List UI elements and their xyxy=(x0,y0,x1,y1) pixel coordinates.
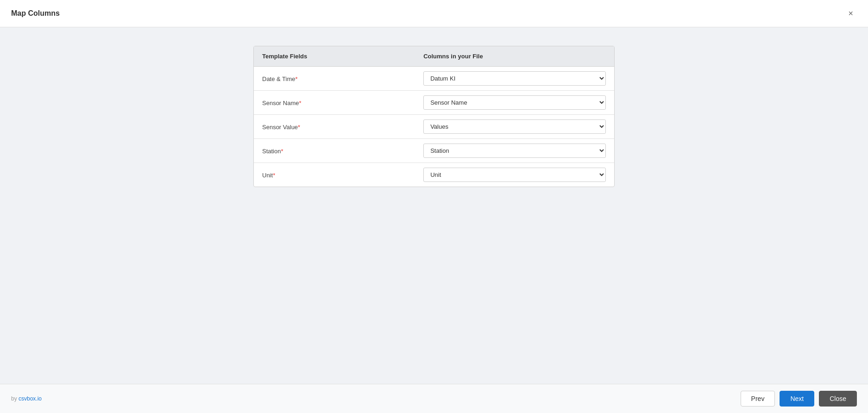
map-columns-table-wrapper: Template Fields Columns in your File Dat… xyxy=(253,46,615,187)
field-label-3: Station* xyxy=(262,148,283,155)
table-row: Unit*Datum KISensor NameValuesStationUni… xyxy=(254,163,614,187)
footer-actions: Prev Next Close xyxy=(741,391,857,407)
field-label-4: Unit* xyxy=(262,172,275,179)
required-asterisk: * xyxy=(273,172,275,179)
required-asterisk: * xyxy=(281,148,283,155)
columns-in-file-header: Columns in your File xyxy=(415,46,614,67)
field-label-0: Date & Time* xyxy=(262,75,298,82)
field-label-cell-0: Date & Time* xyxy=(254,67,415,91)
field-label-cell-2: Sensor Value* xyxy=(254,115,415,139)
select-cell-0: Datum KISensor NameValuesStationUnit xyxy=(415,67,614,91)
footer-brand: by csvbox.io xyxy=(11,395,42,402)
column-select-4[interactable]: Datum KISensor NameValuesStationUnit xyxy=(423,168,606,182)
prev-button[interactable]: Prev xyxy=(741,391,775,407)
map-columns-table: Template Fields Columns in your File Dat… xyxy=(254,46,614,187)
table-header-row: Template Fields Columns in your File xyxy=(254,46,614,67)
select-cell-3: Datum KISensor NameValuesStationUnit xyxy=(415,139,614,163)
field-label-2: Sensor Value* xyxy=(262,124,300,131)
select-cell-4: Datum KISensor NameValuesStationUnit xyxy=(415,163,614,187)
select-cell-1: Datum KISensor NameValuesStationUnit xyxy=(415,91,614,115)
table-row: Station*Datum KISensor NameValuesStation… xyxy=(254,139,614,163)
column-select-3[interactable]: Datum KISensor NameValuesStationUnit xyxy=(423,144,606,158)
field-label-1: Sensor Name* xyxy=(262,100,302,106)
brand-link[interactable]: csvbox.io xyxy=(19,395,42,402)
template-fields-header: Template Fields xyxy=(254,46,415,67)
column-select-0[interactable]: Datum KISensor NameValuesStationUnit xyxy=(423,71,606,86)
required-asterisk: * xyxy=(299,100,301,106)
brand-by-text: by xyxy=(11,395,19,402)
modal-title: Map Columns xyxy=(11,9,60,18)
table-row: Sensor Value*Datum KISensor NameValuesSt… xyxy=(254,115,614,139)
required-asterisk: * xyxy=(298,124,300,131)
required-asterisk: * xyxy=(296,75,298,82)
modal-header: Map Columns × xyxy=(0,0,868,27)
next-button[interactable]: Next xyxy=(780,391,814,407)
modal-body: Template Fields Columns in your File Dat… xyxy=(0,27,868,384)
column-select-1[interactable]: Datum KISensor NameValuesStationUnit xyxy=(423,95,606,110)
column-select-2[interactable]: Datum KISensor NameValuesStationUnit xyxy=(423,119,606,134)
field-label-cell-1: Sensor Name* xyxy=(254,91,415,115)
select-cell-2: Datum KISensor NameValuesStationUnit xyxy=(415,115,614,139)
modal-footer: by csvbox.io Prev Next Close xyxy=(0,384,868,413)
close-button[interactable]: Close xyxy=(819,391,857,407)
field-label-cell-3: Station* xyxy=(254,139,415,163)
header-close-button[interactable]: × xyxy=(844,7,857,19)
field-label-cell-4: Unit* xyxy=(254,163,415,187)
table-row: Date & Time*Datum KISensor NameValuesSta… xyxy=(254,67,614,91)
modal-container: Map Columns × Template Fields Columns in… xyxy=(0,0,868,413)
table-row: Sensor Name*Datum KISensor NameValuesSta… xyxy=(254,91,614,115)
